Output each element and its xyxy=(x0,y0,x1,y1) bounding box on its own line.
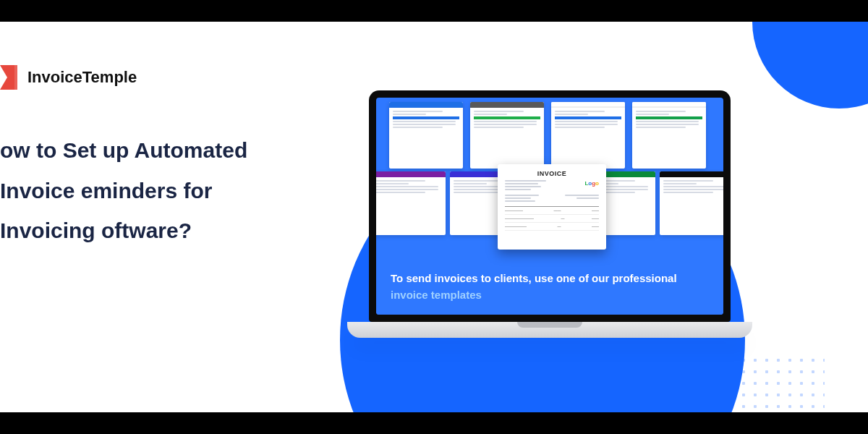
caption-link-text: invoice templates xyxy=(391,289,482,301)
brand-logo-icon xyxy=(0,65,20,90)
page-title: ow to Set up Automated Invoice eminders … xyxy=(0,130,311,251)
invoice-template-thumbnail xyxy=(632,102,706,169)
template-thumbnails: INVOICE Logo xyxy=(376,98,723,260)
laptop-base xyxy=(347,322,752,338)
letterbox-top xyxy=(0,0,868,22)
invoice-template-thumbnail xyxy=(470,102,544,169)
screen-caption: To send invoices to clients, use one of … xyxy=(376,260,723,315)
laptop-screen: INVOICE Logo xyxy=(369,90,731,322)
letterbox-bottom xyxy=(0,412,868,434)
featured-invoice-template: INVOICE Logo xyxy=(498,164,606,250)
invoice-heading: INVOICE xyxy=(505,170,599,177)
invoice-template-thumbnail xyxy=(660,171,723,235)
brand-name: InvoiceTemple xyxy=(27,68,137,87)
caption-lead: To send invoices to clients, use one of … xyxy=(391,272,677,284)
invoice-template-thumbnail xyxy=(551,102,625,169)
laptop-mockup: INVOICE Logo xyxy=(362,90,738,338)
svg-marker-1 xyxy=(3,65,17,90)
invoice-template-thumbnail xyxy=(376,171,446,235)
invoice-template-thumbnail xyxy=(389,102,463,169)
laptop-notch xyxy=(517,322,582,328)
invoice-logo-placeholder: Logo xyxy=(584,180,599,187)
screen-content: INVOICE Logo xyxy=(376,98,723,315)
hero-banner: InvoiceTemple ow to Set up Automated Inv… xyxy=(0,22,868,412)
brand-lockup: InvoiceTemple xyxy=(0,65,137,90)
